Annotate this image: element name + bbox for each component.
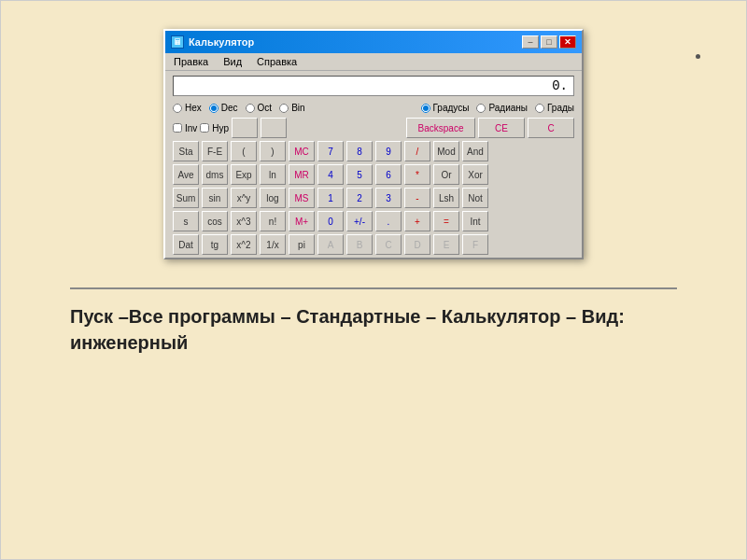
menu-bar: Правка Вид Справка xyxy=(165,53,582,71)
btn-c[interactable]: C xyxy=(375,234,402,255)
btn-a[interactable]: A xyxy=(317,234,344,255)
ce-button[interactable]: CE xyxy=(478,118,525,138)
rparen-button[interactable]: ) xyxy=(260,141,286,161)
add-button[interactable]: + xyxy=(404,211,430,231)
btn-e[interactable]: E xyxy=(433,234,459,255)
fe-button[interactable]: F-E xyxy=(202,141,228,161)
menu-view[interactable]: Вид xyxy=(220,55,245,68)
dec-radio[interactable] xyxy=(209,104,218,113)
dot-button[interactable]: . xyxy=(375,211,402,231)
btn-5[interactable]: 5 xyxy=(346,164,373,185)
ln-button[interactable]: ln xyxy=(260,164,286,185)
button-row-1: Sta F-E ( ) MC 7 8 9 / Mod And xyxy=(173,141,574,161)
checkbox-backspace-row: Inv Hyp Backspace CE C xyxy=(173,118,574,138)
dms-button[interactable]: dms xyxy=(202,164,228,185)
xpy-button[interactable]: x^y xyxy=(231,188,257,208)
display: 0. xyxy=(173,76,574,96)
btn-6[interactable]: 6 xyxy=(375,164,402,185)
ms-button[interactable]: MS xyxy=(289,188,315,208)
exp-button[interactable]: Exp xyxy=(231,164,257,185)
pi-button[interactable]: pi xyxy=(289,234,315,255)
mplus-button[interactable]: M+ xyxy=(289,211,315,231)
inv-checkbox[interactable] xyxy=(173,123,182,133)
inv-label: Inv xyxy=(185,123,197,133)
cos-button[interactable]: cos xyxy=(202,211,228,231)
menu-help[interactable]: Справка xyxy=(254,55,300,68)
s-button[interactable]: s xyxy=(173,211,199,231)
window-icon: 🖩 xyxy=(171,35,184,49)
maximize-button[interactable]: □ xyxy=(541,35,557,49)
btn-0[interactable]: 0 xyxy=(317,211,344,231)
log-button[interactable]: log xyxy=(260,188,286,208)
sum-button[interactable]: Sum xyxy=(173,188,199,208)
btn-b[interactable]: B xyxy=(346,234,373,255)
lparen-button[interactable]: ( xyxy=(231,141,257,161)
oct-radio-label[interactable]: Oct xyxy=(246,103,273,113)
grey-btn-2[interactable] xyxy=(261,118,287,138)
nfact-button[interactable]: n! xyxy=(260,211,286,231)
close-button[interactable]: ✕ xyxy=(559,35,576,49)
hex-label: Hex xyxy=(185,103,202,113)
subtract-button[interactable]: - xyxy=(404,188,430,208)
btn-9[interactable]: 9 xyxy=(375,141,402,161)
btn-f[interactable]: F xyxy=(462,234,488,255)
menu-edit[interactable]: Правка xyxy=(171,55,211,68)
ave-button[interactable]: Ave xyxy=(173,164,199,185)
minimize-button[interactable]: – xyxy=(522,35,539,49)
plusminus-button[interactable]: +/- xyxy=(346,211,373,231)
oct-radio[interactable] xyxy=(246,104,255,113)
backspace-button[interactable]: Backspace xyxy=(406,118,475,138)
c-button[interactable]: C xyxy=(528,118,574,138)
divide-button[interactable]: / xyxy=(404,141,430,161)
hex-radio[interactable] xyxy=(173,104,182,113)
degrees-radio-label[interactable]: Градусы xyxy=(421,103,470,113)
equals-button[interactable]: = xyxy=(433,211,459,231)
dot-decoration xyxy=(696,54,700,59)
multiply-button[interactable]: * xyxy=(404,164,430,185)
or-button[interactable]: Or xyxy=(433,164,459,185)
mc-button[interactable]: MC xyxy=(289,141,315,161)
dec-radio-label[interactable]: Dec xyxy=(209,103,238,113)
button-area: Inv Hyp Backspace CE C Sta F-E xyxy=(165,115,582,258)
btn-3[interactable]: 3 xyxy=(375,188,402,208)
bin-radio[interactable] xyxy=(279,104,289,113)
and-button[interactable]: And xyxy=(462,141,488,161)
btn-7[interactable]: 7 xyxy=(317,141,344,161)
bin-label: Bin xyxy=(291,103,304,113)
mod-button[interactable]: Mod xyxy=(433,141,459,161)
btn-4[interactable]: 4 xyxy=(317,164,344,185)
calculator-wrapper: 🖩 Калькулятор – □ ✕ Правка Вид Справка 0… xyxy=(163,29,584,259)
btn-d[interactable]: D xyxy=(404,234,430,255)
btn-8[interactable]: 8 xyxy=(346,141,373,161)
sta-button[interactable]: Sta xyxy=(173,141,199,161)
xor-button[interactable]: Xor xyxy=(462,164,488,185)
hex-radio-label[interactable]: Hex xyxy=(173,103,202,113)
lsh-button[interactable]: Lsh xyxy=(433,188,459,208)
dat-button[interactable]: Dat xyxy=(173,234,199,255)
hyp-checkbox[interactable] xyxy=(200,123,209,133)
xcubed-button[interactable]: x^3 xyxy=(231,211,257,231)
degrees-label: Градусы xyxy=(433,103,470,113)
grads-radio[interactable] xyxy=(535,104,544,113)
degrees-radio[interactable] xyxy=(421,104,430,113)
xsq-button[interactable]: x^2 xyxy=(231,234,257,255)
radians-radio[interactable] xyxy=(476,104,486,113)
btn-1[interactable]: 1 xyxy=(317,188,344,208)
sin-button[interactable]: sin xyxy=(202,188,228,208)
inv-btn[interactable]: 1/x xyxy=(260,234,286,255)
radians-radio-label[interactable]: Радианы xyxy=(476,103,528,113)
button-row-5: Dat tg x^2 1/x pi A B C D E F xyxy=(173,234,574,255)
tg-button[interactable]: tg xyxy=(202,234,228,255)
hyp-check-label[interactable]: Hyp xyxy=(200,123,229,133)
grey-btn-1[interactable] xyxy=(232,118,258,138)
btn-2[interactable]: 2 xyxy=(346,188,373,208)
number-base-row: Hex Dec Oct Bin Градусы xyxy=(165,101,582,115)
inv-check-label[interactable]: Inv xyxy=(173,123,197,133)
bin-radio-label[interactable]: Bin xyxy=(279,103,304,113)
button-row-2: Ave dms Exp ln MR 4 5 6 * Or Xor xyxy=(173,164,574,185)
int-button[interactable]: Int xyxy=(462,211,488,231)
mr-button[interactable]: MR xyxy=(289,164,315,185)
grads-radio-label[interactable]: Грады xyxy=(535,103,574,113)
not-button[interactable]: Not xyxy=(462,188,488,208)
radians-label: Радианы xyxy=(488,103,528,113)
